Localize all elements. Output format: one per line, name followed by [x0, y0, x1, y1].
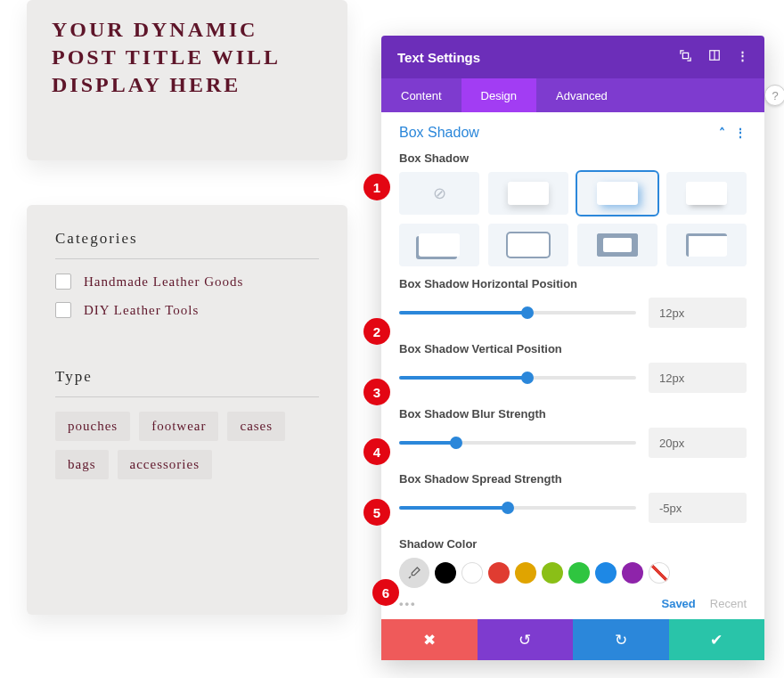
tag[interactable]: bags — [55, 450, 109, 479]
svg-rect-0 — [682, 53, 688, 58]
post-title: YOUR DYNAMIC POST TITLE WILL DISPLAY HER… — [52, 16, 323, 100]
field-label: Shadow Color — [399, 537, 747, 551]
panel-header[interactable]: Text Settings ⋮ — [381, 36, 764, 78]
slider-track[interactable] — [399, 311, 636, 314]
undo-button[interactable]: ↺ — [478, 619, 574, 660]
slider-row — [399, 298, 747, 328]
preset-option[interactable] — [577, 224, 657, 266]
close-icon: ✖ — [423, 631, 436, 649]
section-title: Box Shadow — [399, 125, 479, 141]
color-swatch[interactable] — [568, 562, 590, 584]
divider — [55, 258, 319, 259]
categories-heading: Categories — [55, 230, 319, 248]
category-row[interactable]: Handmade Leather Goods — [55, 274, 319, 290]
panel-title: Text Settings — [397, 50, 480, 65]
undo-icon: ↺ — [519, 631, 531, 649]
color-swatch[interactable] — [515, 562, 536, 584]
value-input[interactable] — [649, 298, 747, 328]
slider-track[interactable] — [399, 506, 636, 510]
slider-row — [399, 428, 747, 458]
expand-icon[interactable] — [679, 49, 692, 65]
value-input[interactable] — [649, 363, 747, 393]
field-label: Box Shadow Horizontal Position — [399, 277, 747, 290]
annotation-badge: 2 — [363, 318, 390, 345]
checkbox[interactable] — [55, 274, 71, 290]
type-heading: Type — [55, 368, 319, 386]
tag[interactable]: accessories — [118, 450, 212, 479]
saved-tab[interactable]: Saved — [661, 597, 695, 610]
panel-tabs: Content Design Advanced — [381, 78, 764, 112]
field-label: Box Shadow Blur Strength — [399, 407, 747, 421]
panel-body: Box Shadow ˄ ⋮ Box Shadow ⊘ Box Shadow H… — [381, 112, 764, 619]
help-icon[interactable]: ? — [764, 85, 784, 106]
settings-panel: Text Settings ⋮ Content Design Advanced … — [381, 36, 764, 660]
category-label: DIY Leather Tools — [84, 303, 199, 318]
check-icon: ✔ — [710, 631, 723, 649]
preset-option[interactable] — [488, 172, 568, 215]
tag[interactable]: footwear — [139, 412, 218, 441]
preset-none[interactable]: ⊘ — [399, 172, 479, 215]
tab-design[interactable]: Design — [461, 78, 536, 112]
none-icon: ⊘ — [433, 184, 446, 203]
annotation-badge: 5 — [363, 499, 390, 526]
accordion-header[interactable]: Box Shadow ˄ ⋮ — [399, 125, 747, 141]
color-swatch[interactable] — [542, 562, 563, 584]
recent-tab[interactable]: Recent — [710, 597, 747, 610]
category-row[interactable]: DIY Leather Tools — [55, 302, 319, 318]
preset-grid: ⊘ — [399, 172, 747, 266]
color-swatch[interactable] — [488, 562, 510, 584]
preset-option[interactable] — [488, 224, 568, 266]
slider-row — [399, 493, 747, 523]
eyedropper-button[interactable] — [399, 558, 429, 588]
field-label: Box Shadow Vertical Position — [399, 342, 747, 355]
tab-advanced[interactable]: Advanced — [536, 78, 627, 112]
confirm-button[interactable]: ✔ — [669, 619, 765, 660]
category-label: Handmade Leather Goods — [84, 274, 243, 290]
tab-content[interactable]: Content — [381, 78, 461, 112]
field-label: Box Shadow Spread Strength — [399, 472, 747, 486]
post-title-card: YOUR DYNAMIC POST TITLE WILL DISPLAY HER… — [27, 0, 347, 160]
color-swatch[interactable] — [461, 562, 483, 584]
annotation-badge: 4 — [363, 438, 390, 465]
color-swatch[interactable] — [595, 562, 617, 584]
slider-row — [399, 363, 747, 393]
swatch-row — [399, 558, 747, 588]
preset-option[interactable] — [399, 224, 479, 266]
sidebar-card: Categories Handmade Leather Goods DIY Le… — [27, 205, 347, 615]
redo-icon: ↻ — [615, 631, 627, 649]
value-input[interactable] — [649, 428, 747, 458]
divider — [55, 396, 319, 397]
panel-footer: ✖ ↺ ↻ ✔ — [381, 619, 764, 660]
kebab-icon[interactable]: ⋮ — [734, 126, 747, 140]
chevron-up-icon[interactable]: ˄ — [719, 126, 725, 140]
tag-list: pouches footwear cases bags accessories — [55, 412, 319, 479]
cancel-button[interactable]: ✖ — [381, 619, 478, 660]
redo-button[interactable]: ↻ — [573, 619, 669, 660]
preset-option[interactable] — [666, 172, 747, 215]
tag[interactable]: cases — [227, 412, 285, 441]
annotation-badge: 6 — [372, 579, 399, 606]
transparent-swatch[interactable] — [649, 562, 670, 584]
preset-option[interactable] — [666, 224, 747, 266]
preset-option[interactable] — [577, 172, 657, 215]
annotation-badge: 3 — [363, 379, 390, 405]
field-label: Box Shadow — [399, 151, 747, 165]
value-input[interactable] — [649, 493, 747, 523]
more-icon[interactable]: ••• — [399, 597, 417, 610]
slider-track[interactable] — [399, 376, 636, 380]
checkbox[interactable] — [55, 302, 71, 318]
kebab-icon[interactable]: ⋮ — [737, 49, 748, 65]
slider-track[interactable] — [399, 441, 636, 445]
annotation-badge: 1 — [363, 174, 390, 200]
tag[interactable]: pouches — [55, 412, 130, 441]
color-swatch[interactable] — [435, 562, 456, 584]
color-swatch[interactable] — [622, 562, 643, 584]
swatch-subbar: ••• Saved Recent — [399, 597, 747, 610]
column-icon[interactable] — [708, 49, 721, 65]
